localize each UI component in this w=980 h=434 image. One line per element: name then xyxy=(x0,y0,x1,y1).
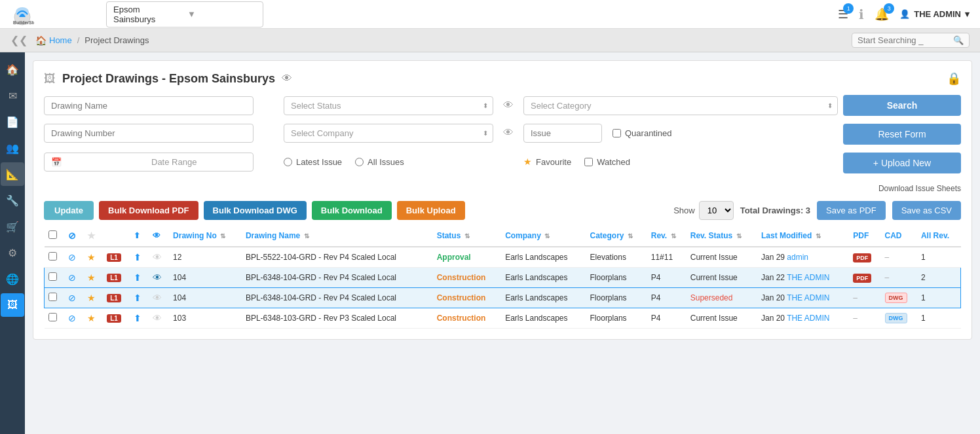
modified-by-link[interactable]: THE ADMIN xyxy=(787,293,829,302)
star-icon[interactable]: ★ xyxy=(87,293,96,303)
info-icon[interactable]: ℹ xyxy=(859,7,864,22)
share-icon[interactable]: ⬆ xyxy=(134,313,141,323)
pdf-cell: – xyxy=(849,308,880,329)
upload-new-button[interactable]: + Upload New xyxy=(843,153,961,173)
message-badge: 3 xyxy=(884,3,894,14)
favourite-label[interactable]: ★ Favourite xyxy=(523,156,571,167)
sidebar-item-image[interactable]: 🖼 xyxy=(1,293,24,317)
col-eye[interactable]: 👁 xyxy=(149,225,169,247)
modified-by-link[interactable]: THE ADMIN xyxy=(787,273,829,282)
star-icon[interactable]: ★ xyxy=(87,252,96,262)
save-as-pdf-button[interactable]: Save as PDF xyxy=(817,201,886,220)
bulk-download-button[interactable]: Bulk Download xyxy=(312,201,392,220)
sidebar-item-tools[interactable]: 🔧 xyxy=(1,189,24,212)
row-checkbox[interactable] xyxy=(48,252,57,261)
global-search-input[interactable] xyxy=(857,35,949,45)
sidebar-item-cart[interactable]: 🛒 xyxy=(1,215,24,238)
ban-icon[interactable]: ⊘ xyxy=(68,252,76,262)
search-button[interactable]: Search xyxy=(843,95,961,116)
col-checkbox[interactable] xyxy=(45,225,65,247)
watched-checkbox[interactable] xyxy=(584,158,593,166)
back-button[interactable]: ❮❮ xyxy=(10,34,28,46)
bulk-download-pdf-button[interactable]: Bulk Download PDF xyxy=(99,201,198,220)
category-select[interactable]: Select Category xyxy=(523,96,838,115)
global-search[interactable]: 🔍 xyxy=(852,33,970,48)
row-eye-icon[interactable]: 👁 xyxy=(153,293,162,303)
pdf-icon[interactable]: PDF xyxy=(853,253,871,262)
sidebar-item-mail[interactable]: ✉ xyxy=(1,84,24,107)
company-eye-toggle[interactable]: 👁 xyxy=(499,127,518,139)
star-icon[interactable]: ★ xyxy=(87,272,96,283)
date-range-wrap[interactable]: 📅 Date Range xyxy=(44,153,254,172)
page-eye-icon[interactable]: 👁 xyxy=(282,73,292,84)
messages-icon[interactable]: 🔔 3 xyxy=(875,7,889,22)
breadcrumb-home[interactable]: Home xyxy=(49,35,72,45)
user-menu[interactable]: 👤 THE ADMIN ▾ xyxy=(899,9,970,19)
quarantined-label[interactable]: Quarantined xyxy=(612,128,672,138)
notifications-icon[interactable]: ☰ 1 xyxy=(838,7,848,22)
modified-by-link[interactable]: THE ADMIN xyxy=(787,314,829,323)
col-status[interactable]: Status ⇅ xyxy=(433,225,501,247)
row-eye-icon[interactable]: 👁 xyxy=(153,272,162,283)
bulk-download-dwg-button[interactable]: Bulk Download DWG xyxy=(204,201,307,220)
share-icon[interactable]: ⬆ xyxy=(134,272,141,283)
cad-icon[interactable]: DWG xyxy=(885,313,907,323)
cad-icon[interactable]: DWG xyxy=(885,293,907,303)
col-drawing-name[interactable]: Drawing Name ⇅ xyxy=(242,225,433,247)
status-eye-toggle[interactable]: 👁 xyxy=(499,99,518,111)
bulk-upload-button[interactable]: Bulk Upload xyxy=(397,201,465,220)
sidebar-item-drawings[interactable]: 📐 xyxy=(1,162,24,186)
col-category[interactable]: Category ⇅ xyxy=(586,225,647,247)
pdf-icon[interactable]: PDF xyxy=(853,274,871,283)
sidebar-item-settings[interactable]: ⚙ xyxy=(1,241,24,264)
latest-issue-radio[interactable] xyxy=(284,158,292,166)
latest-issue-label[interactable]: Latest Issue xyxy=(284,157,342,167)
status-select-wrap: Select Status xyxy=(284,96,493,115)
status-select[interactable]: Select Status xyxy=(284,96,493,115)
col-share[interactable]: ⬆ xyxy=(130,225,149,247)
col-company[interactable]: Company ⇅ xyxy=(501,225,586,247)
drawing-number-input[interactable] xyxy=(44,124,254,143)
update-button[interactable]: Update xyxy=(44,201,94,220)
ban-icon[interactable]: ⊘ xyxy=(68,313,76,323)
all-issues-radio[interactable] xyxy=(355,158,364,166)
all-issues-label[interactable]: All Issues xyxy=(355,157,404,167)
issue-radio-group: Latest Issue All Issues xyxy=(284,157,493,167)
modified-by-link[interactable]: admin xyxy=(787,253,808,262)
star-icon[interactable]: ★ xyxy=(87,313,96,323)
col-drawing-no[interactable]: Drawing No ⇅ xyxy=(169,225,242,247)
save-as-csv-button[interactable]: Save as CSV xyxy=(892,201,961,220)
col-rev-status[interactable]: Rev. Status ⇅ xyxy=(687,225,757,247)
quarantined-text: Quarantined xyxy=(625,128,672,138)
share-icon[interactable]: ⬆ xyxy=(134,252,141,262)
category-select-wrap: Select Category xyxy=(523,96,838,115)
col-last-modified[interactable]: Last Modified ⇅ xyxy=(757,225,849,247)
drawing-name-cell: BPL-6348-103-GRD - Rev P3 Scaled Local xyxy=(242,308,433,329)
issue-input[interactable] xyxy=(523,124,602,143)
project-selector[interactable]: Epsom Sainsburys ▼ xyxy=(106,1,263,27)
company-select[interactable]: Select Company xyxy=(284,124,493,143)
quarantined-checkbox[interactable] xyxy=(612,129,621,137)
pdf-cell: PDF xyxy=(849,268,880,288)
share-icon[interactable]: ⬆ xyxy=(134,293,141,303)
sidebar-item-users[interactable]: 👥 xyxy=(1,136,24,160)
col-star[interactable]: ★ xyxy=(83,225,103,247)
sidebar-item-document[interactable]: 📄 xyxy=(1,110,24,134)
reset-form-button[interactable]: Reset Form xyxy=(843,124,961,145)
row-checkbox[interactable] xyxy=(48,272,57,281)
col-ban[interactable]: ⊘ xyxy=(64,225,83,247)
select-all-checkbox[interactable] xyxy=(48,230,57,239)
row-eye-icon[interactable]: 👁 xyxy=(153,252,162,262)
watched-label[interactable]: Watched xyxy=(584,157,630,167)
show-count-select[interactable]: 10 25 50 xyxy=(699,201,734,220)
row-checkbox[interactable] xyxy=(48,313,57,321)
row-eye-icon[interactable]: 👁 xyxy=(153,313,162,323)
col-rev[interactable]: Rev. ⇅ xyxy=(647,225,687,247)
lock-icon[interactable]: 🔒 xyxy=(947,71,961,86)
row-checkbox[interactable] xyxy=(48,293,57,301)
ban-icon[interactable]: ⊘ xyxy=(68,272,76,283)
sidebar-item-home[interactable]: 🏠 xyxy=(1,58,24,81)
drawing-name-input[interactable] xyxy=(44,96,254,115)
ban-icon[interactable]: ⊘ xyxy=(68,293,76,303)
sidebar-item-globe[interactable]: 🌐 xyxy=(1,267,24,291)
